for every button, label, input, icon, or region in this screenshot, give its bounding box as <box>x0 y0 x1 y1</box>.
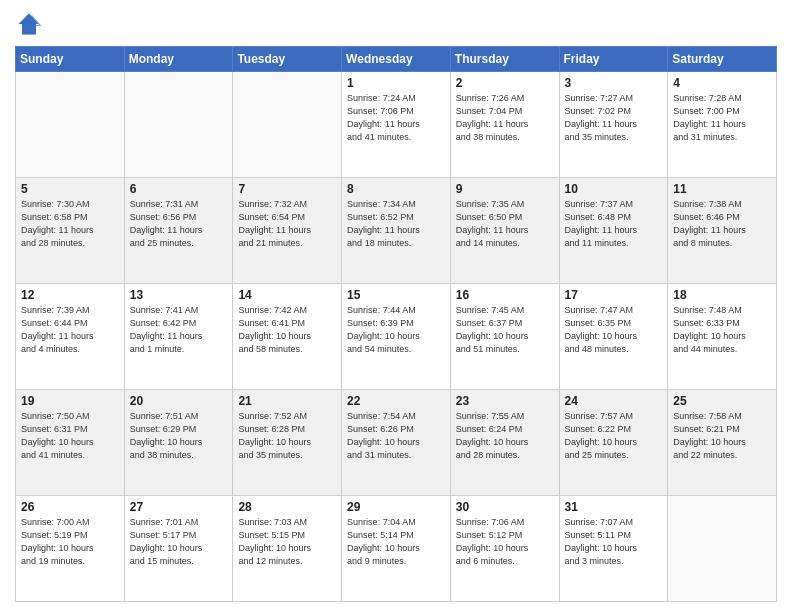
header <box>15 10 777 38</box>
day-info: Sunrise: 7:50 AM Sunset: 6:31 PM Dayligh… <box>21 410 119 462</box>
calendar-cell: 20Sunrise: 7:51 AM Sunset: 6:29 PM Dayli… <box>124 390 233 496</box>
day-info: Sunrise: 7:24 AM Sunset: 7:06 PM Dayligh… <box>347 92 445 144</box>
week-row-3: 12Sunrise: 7:39 AM Sunset: 6:44 PM Dayli… <box>16 284 777 390</box>
calendar-cell <box>16 72 125 178</box>
day-header-monday: Monday <box>124 47 233 72</box>
calendar-cell: 27Sunrise: 7:01 AM Sunset: 5:17 PM Dayli… <box>124 496 233 602</box>
day-number: 15 <box>347 288 445 302</box>
day-header-wednesday: Wednesday <box>342 47 451 72</box>
calendar-cell: 21Sunrise: 7:52 AM Sunset: 6:28 PM Dayli… <box>233 390 342 496</box>
calendar-cell: 14Sunrise: 7:42 AM Sunset: 6:41 PM Dayli… <box>233 284 342 390</box>
day-number: 7 <box>238 182 336 196</box>
calendar-cell: 23Sunrise: 7:55 AM Sunset: 6:24 PM Dayli… <box>450 390 559 496</box>
day-info: Sunrise: 7:26 AM Sunset: 7:04 PM Dayligh… <box>456 92 554 144</box>
day-info: Sunrise: 7:32 AM Sunset: 6:54 PM Dayligh… <box>238 198 336 250</box>
day-info: Sunrise: 7:58 AM Sunset: 6:21 PM Dayligh… <box>673 410 771 462</box>
day-number: 9 <box>456 182 554 196</box>
day-info: Sunrise: 7:47 AM Sunset: 6:35 PM Dayligh… <box>565 304 663 356</box>
calendar-cell: 13Sunrise: 7:41 AM Sunset: 6:42 PM Dayli… <box>124 284 233 390</box>
day-info: Sunrise: 7:28 AM Sunset: 7:00 PM Dayligh… <box>673 92 771 144</box>
day-number: 11 <box>673 182 771 196</box>
calendar-cell: 19Sunrise: 7:50 AM Sunset: 6:31 PM Dayli… <box>16 390 125 496</box>
day-info: Sunrise: 7:54 AM Sunset: 6:26 PM Dayligh… <box>347 410 445 462</box>
day-number: 23 <box>456 394 554 408</box>
day-number: 25 <box>673 394 771 408</box>
day-number: 24 <box>565 394 663 408</box>
calendar-cell: 30Sunrise: 7:06 AM Sunset: 5:12 PM Dayli… <box>450 496 559 602</box>
calendar-cell: 7Sunrise: 7:32 AM Sunset: 6:54 PM Daylig… <box>233 178 342 284</box>
day-info: Sunrise: 7:07 AM Sunset: 5:11 PM Dayligh… <box>565 516 663 568</box>
week-row-4: 19Sunrise: 7:50 AM Sunset: 6:31 PM Dayli… <box>16 390 777 496</box>
calendar-cell: 15Sunrise: 7:44 AM Sunset: 6:39 PM Dayli… <box>342 284 451 390</box>
day-info: Sunrise: 7:45 AM Sunset: 6:37 PM Dayligh… <box>456 304 554 356</box>
day-number: 28 <box>238 500 336 514</box>
day-number: 3 <box>565 76 663 90</box>
calendar-cell: 17Sunrise: 7:47 AM Sunset: 6:35 PM Dayli… <box>559 284 668 390</box>
calendar-cell: 12Sunrise: 7:39 AM Sunset: 6:44 PM Dayli… <box>16 284 125 390</box>
day-number: 10 <box>565 182 663 196</box>
week-row-1: 1Sunrise: 7:24 AM Sunset: 7:06 PM Daylig… <box>16 72 777 178</box>
day-number: 20 <box>130 394 228 408</box>
day-info: Sunrise: 7:51 AM Sunset: 6:29 PM Dayligh… <box>130 410 228 462</box>
day-info: Sunrise: 7:31 AM Sunset: 6:56 PM Dayligh… <box>130 198 228 250</box>
week-row-5: 26Sunrise: 7:00 AM Sunset: 5:19 PM Dayli… <box>16 496 777 602</box>
day-number: 26 <box>21 500 119 514</box>
calendar-cell: 29Sunrise: 7:04 AM Sunset: 5:14 PM Dayli… <box>342 496 451 602</box>
day-header-tuesday: Tuesday <box>233 47 342 72</box>
day-info: Sunrise: 7:48 AM Sunset: 6:33 PM Dayligh… <box>673 304 771 356</box>
day-number: 1 <box>347 76 445 90</box>
day-number: 27 <box>130 500 228 514</box>
day-info: Sunrise: 7:06 AM Sunset: 5:12 PM Dayligh… <box>456 516 554 568</box>
day-info: Sunrise: 7:00 AM Sunset: 5:19 PM Dayligh… <box>21 516 119 568</box>
calendar-cell <box>124 72 233 178</box>
calendar-cell: 9Sunrise: 7:35 AM Sunset: 6:50 PM Daylig… <box>450 178 559 284</box>
calendar-cell: 11Sunrise: 7:38 AM Sunset: 6:46 PM Dayli… <box>668 178 777 284</box>
day-info: Sunrise: 7:04 AM Sunset: 5:14 PM Dayligh… <box>347 516 445 568</box>
day-number: 29 <box>347 500 445 514</box>
day-info: Sunrise: 7:52 AM Sunset: 6:28 PM Dayligh… <box>238 410 336 462</box>
day-number: 6 <box>130 182 228 196</box>
day-info: Sunrise: 7:27 AM Sunset: 7:02 PM Dayligh… <box>565 92 663 144</box>
day-number: 13 <box>130 288 228 302</box>
day-number: 30 <box>456 500 554 514</box>
day-info: Sunrise: 7:57 AM Sunset: 6:22 PM Dayligh… <box>565 410 663 462</box>
calendar-cell: 8Sunrise: 7:34 AM Sunset: 6:52 PM Daylig… <box>342 178 451 284</box>
logo-icon <box>15 10 43 38</box>
day-number: 16 <box>456 288 554 302</box>
calendar-cell: 4Sunrise: 7:28 AM Sunset: 7:00 PM Daylig… <box>668 72 777 178</box>
day-info: Sunrise: 7:38 AM Sunset: 6:46 PM Dayligh… <box>673 198 771 250</box>
day-info: Sunrise: 7:55 AM Sunset: 6:24 PM Dayligh… <box>456 410 554 462</box>
day-number: 5 <box>21 182 119 196</box>
day-header-sunday: Sunday <box>16 47 125 72</box>
day-number: 4 <box>673 76 771 90</box>
day-number: 18 <box>673 288 771 302</box>
calendar-cell: 3Sunrise: 7:27 AM Sunset: 7:02 PM Daylig… <box>559 72 668 178</box>
day-header-friday: Friday <box>559 47 668 72</box>
calendar-cell: 18Sunrise: 7:48 AM Sunset: 6:33 PM Dayli… <box>668 284 777 390</box>
day-number: 12 <box>21 288 119 302</box>
calendar-cell: 1Sunrise: 7:24 AM Sunset: 7:06 PM Daylig… <box>342 72 451 178</box>
day-info: Sunrise: 7:37 AM Sunset: 6:48 PM Dayligh… <box>565 198 663 250</box>
calendar-cell <box>668 496 777 602</box>
calendar-cell: 16Sunrise: 7:45 AM Sunset: 6:37 PM Dayli… <box>450 284 559 390</box>
page: SundayMondayTuesdayWednesdayThursdayFrid… <box>0 0 792 612</box>
calendar-cell: 25Sunrise: 7:58 AM Sunset: 6:21 PM Dayli… <box>668 390 777 496</box>
day-info: Sunrise: 7:41 AM Sunset: 6:42 PM Dayligh… <box>130 304 228 356</box>
day-number: 17 <box>565 288 663 302</box>
logo <box>15 10 45 38</box>
day-info: Sunrise: 7:35 AM Sunset: 6:50 PM Dayligh… <box>456 198 554 250</box>
day-header-saturday: Saturday <box>668 47 777 72</box>
calendar-cell: 6Sunrise: 7:31 AM Sunset: 6:56 PM Daylig… <box>124 178 233 284</box>
day-number: 14 <box>238 288 336 302</box>
calendar-cell: 26Sunrise: 7:00 AM Sunset: 5:19 PM Dayli… <box>16 496 125 602</box>
day-info: Sunrise: 7:34 AM Sunset: 6:52 PM Dayligh… <box>347 198 445 250</box>
calendar-cell: 5Sunrise: 7:30 AM Sunset: 6:58 PM Daylig… <box>16 178 125 284</box>
calendar-cell: 22Sunrise: 7:54 AM Sunset: 6:26 PM Dayli… <box>342 390 451 496</box>
day-header-thursday: Thursday <box>450 47 559 72</box>
day-info: Sunrise: 7:03 AM Sunset: 5:15 PM Dayligh… <box>238 516 336 568</box>
calendar-cell: 24Sunrise: 7:57 AM Sunset: 6:22 PM Dayli… <box>559 390 668 496</box>
day-number: 8 <box>347 182 445 196</box>
calendar-cell <box>233 72 342 178</box>
day-info: Sunrise: 7:30 AM Sunset: 6:58 PM Dayligh… <box>21 198 119 250</box>
day-info: Sunrise: 7:39 AM Sunset: 6:44 PM Dayligh… <box>21 304 119 356</box>
